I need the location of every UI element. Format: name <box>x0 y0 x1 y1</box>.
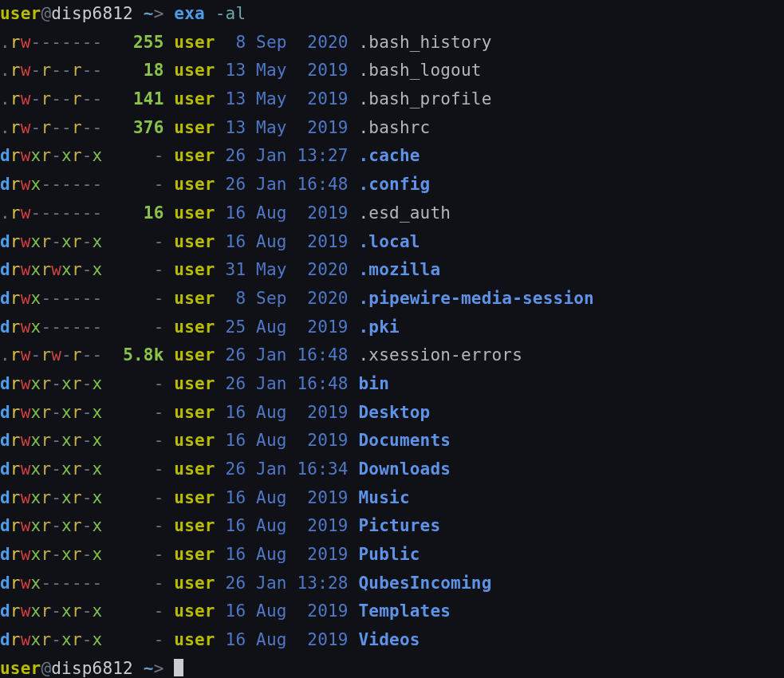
file-size: - <box>154 574 164 593</box>
file-permissions: drwxr-xr-x <box>0 488 102 507</box>
file-permissions: .rw-rw-r-- <box>0 345 102 365</box>
file-row: drwxrwxr-x - user 31 May 2020 .mozilla <box>0 256 784 285</box>
file-row: drwxr-xr-x - user 16 Aug 2019 Templates <box>0 597 784 626</box>
file-permissions: .rw-r--r-- <box>0 61 102 80</box>
file-date: 26 Jan 13:27 <box>226 146 349 165</box>
directory-name: Desktop <box>359 403 431 422</box>
file-permissions: drwxr-xr-x <box>0 545 102 564</box>
prompt-user: user <box>0 4 41 23</box>
file-row: drwxr-xr-x - user 26 Jan 13:27 .cache <box>0 142 784 171</box>
file-row: drwxr-xr-x - user 16 Aug 2019 Pictures <box>0 512 784 541</box>
file-owner: user <box>174 345 215 365</box>
file-size: - <box>154 175 164 194</box>
file-owner: user <box>174 146 215 165</box>
file-owner: user <box>174 516 215 535</box>
file-owner: user <box>174 289 215 308</box>
file-date: 26 Jan 16:48 <box>226 175 349 194</box>
file-permissions: drwxr-xr-x <box>0 431 102 450</box>
file-row: .rw-rw-r-- 5.8k user 26 Jan 16:48 .xsess… <box>0 341 784 370</box>
directory-name: Videos <box>359 630 420 649</box>
file-row: .rw------- 255 user 8 Sep 2020 .bash_his… <box>0 29 784 57</box>
file-permissions: drwx------ <box>0 317 102 337</box>
file-permissions: .rw------- <box>0 33 102 52</box>
directory-name: .pki <box>359 317 400 337</box>
file-date: 31 May 2020 <box>226 260 349 279</box>
file-date: 16 Aug 2019 <box>226 545 349 564</box>
file-date: 13 May 2019 <box>226 118 349 137</box>
prompt-line-empty[interactable]: user@disp6812 ~> <box>0 655 784 678</box>
file-permissions: drwxr-xr-x <box>0 374 102 393</box>
file-name: .bash_profile <box>359 89 492 108</box>
file-row: drwx------ - user 26 Jan 16:48 .config <box>0 171 784 199</box>
file-permissions: drwx------ <box>0 574 102 593</box>
file-size: - <box>154 488 164 507</box>
file-owner: user <box>174 574 215 593</box>
file-row: drwx------ - user 8 Sep 2020 .pipewire-m… <box>0 285 784 313</box>
file-permissions: drwxr-xr-x <box>0 403 102 422</box>
file-owner: user <box>174 232 215 251</box>
file-row: drwxr-xr-x - user 16 Aug 2019 Public <box>0 541 784 570</box>
file-size: 376 <box>133 118 164 137</box>
file-size: 5.8k <box>123 345 163 365</box>
file-size: 255 <box>133 33 164 52</box>
file-owner: user <box>174 317 215 337</box>
file-permissions: .rw-r--r-- <box>0 89 102 108</box>
file-date: 13 May 2019 <box>226 61 349 80</box>
file-size: - <box>154 459 164 479</box>
command-name: exa <box>174 4 205 23</box>
file-row: drwxr-xr-x - user 26 Jan 16:34 Downloads <box>0 455 784 484</box>
file-owner: user <box>174 260 215 279</box>
file-permissions: drwxrwxr-x <box>0 260 102 279</box>
file-permissions: drwxr-xr-x <box>0 516 102 535</box>
file-date: 16 Aug 2019 <box>226 488 349 507</box>
file-date: 16 Aug 2019 <box>226 601 349 621</box>
file-row: .rw-r--r-- 376 user 13 May 2019 .bashrc <box>0 114 784 143</box>
file-size: - <box>154 601 164 621</box>
file-size: - <box>154 289 164 308</box>
directory-name: Downloads <box>359 459 451 479</box>
file-owner: user <box>174 374 215 393</box>
file-date: 13 May 2019 <box>226 89 349 108</box>
prompt-path: ~ <box>144 4 154 23</box>
file-size: - <box>154 545 164 564</box>
command-args: -al <box>215 4 246 23</box>
file-permissions: drwxr-xr-x <box>0 146 102 165</box>
file-date: 26 Jan 13:28 <box>226 574 349 593</box>
file-date: 25 Aug 2019 <box>226 317 349 337</box>
directory-name: .pipewire-media-session <box>359 289 594 308</box>
prompt-path: ~ <box>144 659 154 678</box>
cursor[interactable] <box>174 659 183 676</box>
file-size: - <box>154 146 164 165</box>
file-permissions: drwxr-xr-x <box>0 459 102 479</box>
file-name: .esd_auth <box>359 203 451 223</box>
file-owner: user <box>174 89 215 108</box>
directory-name: .cache <box>359 146 420 165</box>
prompt-host: disp6812 <box>51 4 133 23</box>
file-owner: user <box>174 61 215 80</box>
file-permissions: drwxr-xr-x <box>0 232 102 251</box>
file-size: - <box>154 317 164 337</box>
file-size: - <box>154 630 164 649</box>
file-date: 16 Aug 2019 <box>226 232 349 251</box>
file-size: 141 <box>133 89 164 108</box>
file-size: 16 <box>144 203 164 223</box>
file-row: drwxr-xr-x - user 16 Aug 2019 Music <box>0 484 784 513</box>
file-date: 26 Jan 16:48 <box>226 374 349 393</box>
file-row: drwx------ - user 25 Aug 2019 .pki <box>0 313 784 342</box>
prompt-host: disp6812 <box>51 659 133 678</box>
file-owner: user <box>174 488 215 507</box>
file-permissions: drwxr-xr-x <box>0 630 102 649</box>
file-name: .bash_history <box>359 33 492 52</box>
file-owner: user <box>174 459 215 479</box>
file-owner: user <box>174 431 215 450</box>
directory-name: .config <box>359 175 431 194</box>
file-owner: user <box>174 545 215 564</box>
file-size: - <box>154 232 164 251</box>
file-date: 16 Aug 2019 <box>226 630 349 649</box>
file-owner: user <box>174 175 215 194</box>
directory-name: Public <box>359 545 420 564</box>
terminal-output[interactable]: user@disp6812 ~> exa -al.rw------- 255 u… <box>0 0 784 678</box>
directory-name: bin <box>359 374 390 393</box>
file-date: 8 Sep 2020 <box>226 289 349 308</box>
file-permissions: drwx------ <box>0 289 102 308</box>
